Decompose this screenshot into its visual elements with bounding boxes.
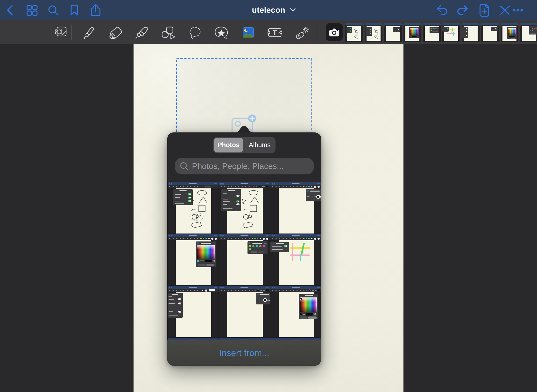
svg-text:T: T (273, 29, 277, 37)
